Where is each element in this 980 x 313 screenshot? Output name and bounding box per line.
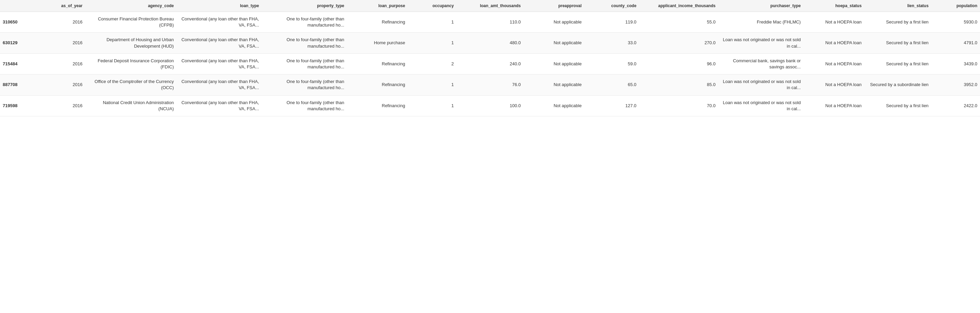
column-header-property_type: property_type xyxy=(262,0,347,12)
table-header: as_of_yearagency_codeloan_typeproperty_t… xyxy=(0,0,980,12)
column-header-loan_type: loan_type xyxy=(177,0,262,12)
cell-loan_purpose: Refinancing xyxy=(347,75,408,95)
column-header-applicant_income_thousands: applicant_income_thousands xyxy=(639,0,718,12)
cell-index: 630129 xyxy=(0,33,43,53)
cell-loan_purpose: Home purchase xyxy=(347,33,408,53)
cell-agency_code: Office of the Comptroller of the Currenc… xyxy=(85,75,177,95)
cell-agency_code: Consumer Financial Protection Bureau (CF… xyxy=(85,12,177,33)
cell-index: 715484 xyxy=(0,53,43,74)
cell-lien_status: Secured by a first lien xyxy=(864,33,931,53)
cell-loan_amt_thousands: 240.0 xyxy=(457,53,523,74)
column-header-loan_amt_thousands: loan_amt_thousands xyxy=(457,0,523,12)
cell-property_type: One to four-family (other than manufactu… xyxy=(262,53,347,74)
table-row: 6301292016Department of Housing and Urba… xyxy=(0,33,980,53)
cell-index: 887708 xyxy=(0,75,43,95)
cell-preapproval: Not applicable xyxy=(523,12,584,33)
cell-population: 3439.0 xyxy=(931,53,980,74)
table-row: 3106502016Consumer Financial Protection … xyxy=(0,12,980,33)
cell-applicant_income_thousands: 55.0 xyxy=(639,12,718,33)
cell-occupancy: 1 xyxy=(408,75,457,95)
cell-as_of_year: 2016 xyxy=(43,12,85,33)
table-body: 3106502016Consumer Financial Protection … xyxy=(0,12,980,117)
cell-preapproval: Not applicable xyxy=(523,33,584,53)
cell-loan_amt_thousands: 100.0 xyxy=(457,95,523,116)
cell-applicant_income_thousands: 270.0 xyxy=(639,33,718,53)
cell-property_type: One to four-family (other than manufactu… xyxy=(262,33,347,53)
cell-hoepa_status: Not a HOEPA loan xyxy=(803,95,864,116)
column-header-lien_status: lien_status xyxy=(864,0,931,12)
cell-lien_status: Secured by a subordinate lien xyxy=(864,75,931,95)
cell-population: 3952.0 xyxy=(931,75,980,95)
cell-hoepa_status: Not a HOEPA loan xyxy=(803,12,864,33)
cell-loan_type: Conventional (any loan other than FHA, V… xyxy=(177,33,262,53)
cell-county_code: 59.0 xyxy=(584,53,639,74)
cell-applicant_income_thousands: 96.0 xyxy=(639,53,718,74)
cell-loan_purpose: Refinancing xyxy=(347,95,408,116)
table-row: 7154842016Federal Deposit Insurance Corp… xyxy=(0,53,980,74)
cell-loan_amt_thousands: 110.0 xyxy=(457,12,523,33)
cell-county_code: 65.0 xyxy=(584,75,639,95)
cell-index: 719598 xyxy=(0,95,43,116)
column-header-occupancy: occupancy xyxy=(408,0,457,12)
cell-lien_status: Secured by a first lien xyxy=(864,95,931,116)
cell-population: 2422.0 xyxy=(931,95,980,116)
cell-as_of_year: 2016 xyxy=(43,53,85,74)
column-header-county_code: county_code xyxy=(584,0,639,12)
cell-loan_purpose: Refinancing xyxy=(347,53,408,74)
cell-agency_code: Federal Deposit Insurance Corporation (F… xyxy=(85,53,177,74)
cell-as_of_year: 2016 xyxy=(43,75,85,95)
cell-applicant_income_thousands: 70.0 xyxy=(639,95,718,116)
cell-index: 310650 xyxy=(0,12,43,33)
cell-property_type: One to four-family (other than manufactu… xyxy=(262,75,347,95)
cell-loan_type: Conventional (any loan other than FHA, V… xyxy=(177,53,262,74)
cell-applicant_income_thousands: 85.0 xyxy=(639,75,718,95)
cell-hoepa_status: Not a HOEPA loan xyxy=(803,75,864,95)
cell-population: 4791.0 xyxy=(931,33,980,53)
cell-as_of_year: 2016 xyxy=(43,33,85,53)
cell-loan_type: Conventional (any loan other than FHA, V… xyxy=(177,12,262,33)
column-header-preapproval: preapproval xyxy=(523,0,584,12)
table-row: 7195982016National Credit Union Administ… xyxy=(0,95,980,116)
cell-lien_status: Secured by a first lien xyxy=(864,53,931,74)
cell-agency_code: Department of Housing and Urban Developm… xyxy=(85,33,177,53)
cell-occupancy: 1 xyxy=(408,12,457,33)
cell-lien_status: Secured by a first lien xyxy=(864,12,931,33)
cell-occupancy: 1 xyxy=(408,95,457,116)
cell-preapproval: Not applicable xyxy=(523,95,584,116)
cell-loan_amt_thousands: 480.0 xyxy=(457,33,523,53)
cell-occupancy: 2 xyxy=(408,53,457,74)
cell-loan_purpose: Refinancing xyxy=(347,12,408,33)
cell-occupancy: 1 xyxy=(408,33,457,53)
column-header-agency_code: agency_code xyxy=(85,0,177,12)
cell-purchaser_type: Loan was not originated or was not sold … xyxy=(718,75,803,95)
cell-preapproval: Not applicable xyxy=(523,75,584,95)
cell-hoepa_status: Not a HOEPA loan xyxy=(803,53,864,74)
cell-purchaser_type: Loan was not originated or was not sold … xyxy=(718,33,803,53)
cell-purchaser_type: Commercial bank, savings bank or savings… xyxy=(718,53,803,74)
column-header-hoepa_status: hoepa_status xyxy=(803,0,864,12)
cell-county_code: 33.0 xyxy=(584,33,639,53)
cell-county_code: 119.0 xyxy=(584,12,639,33)
column-header-index xyxy=(0,0,43,12)
data-table: as_of_yearagency_codeloan_typeproperty_t… xyxy=(0,0,980,117)
column-header-as_of_year: as_of_year xyxy=(43,0,85,12)
cell-property_type: One to four-family (other than manufactu… xyxy=(262,12,347,33)
column-header-loan_purpose: loan_purpose xyxy=(347,0,408,12)
cell-purchaser_type: Loan was not originated or was not sold … xyxy=(718,95,803,116)
cell-loan_type: Conventional (any loan other than FHA, V… xyxy=(177,95,262,116)
column-header-population: population xyxy=(931,0,980,12)
table-row: 8877082016Office of the Comptroller of t… xyxy=(0,75,980,95)
cell-county_code: 127.0 xyxy=(584,95,639,116)
cell-loan_amt_thousands: 76.0 xyxy=(457,75,523,95)
cell-property_type: One to four-family (other than manufactu… xyxy=(262,95,347,116)
column-header-purchaser_type: purchaser_type xyxy=(718,0,803,12)
cell-hoepa_status: Not a HOEPA loan xyxy=(803,33,864,53)
cell-as_of_year: 2016 xyxy=(43,95,85,116)
cell-preapproval: Not applicable xyxy=(523,53,584,74)
cell-loan_type: Conventional (any loan other than FHA, V… xyxy=(177,75,262,95)
cell-agency_code: National Credit Union Administration (NC… xyxy=(85,95,177,116)
cell-purchaser_type: Freddie Mac (FHLMC) xyxy=(718,12,803,33)
cell-population: 5930.0 xyxy=(931,12,980,33)
